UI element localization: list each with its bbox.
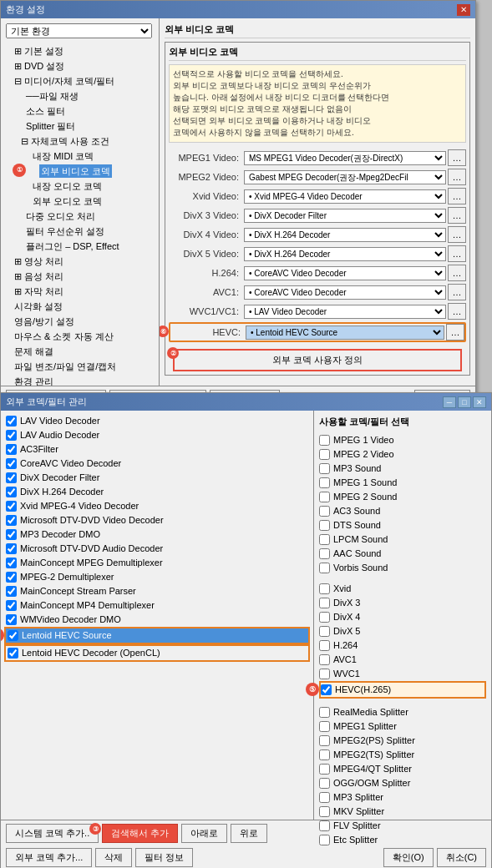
tree-basic[interactable]: ⊞ 기본 설정: [1, 43, 159, 58]
move-up-btn[interactable]: 위로: [231, 824, 267, 843]
codec-check-ac3filter[interactable]: [6, 444, 17, 455]
codec-btn-avc1[interactable]: …: [448, 284, 466, 300]
codec-check-divxh264[interactable]: [6, 487, 17, 497]
sel-check-mpeg2ts[interactable]: [319, 749, 330, 760]
sel-check-divx4[interactable]: [319, 612, 330, 623]
cancel-btn[interactable]: 취소(C): [437, 848, 486, 867]
tree-visual[interactable]: 시각화 설정: [1, 299, 159, 314]
tree-externalaudio[interactable]: 외부 오디오 코덱: [14, 194, 159, 209]
codec-btn-divx5[interactable]: …: [448, 245, 466, 262]
confirm-btn[interactable]: 확인(O): [383, 848, 434, 867]
tree-problem[interactable]: 문제 해결: [1, 344, 159, 359]
minimize-btn[interactable]: ─: [443, 396, 456, 408]
sel-check-wvc1[interactable]: [319, 669, 330, 679]
codec-check-lentoid-source[interactable]: [8, 630, 18, 641]
sel-check-vorbis-sound[interactable]: [319, 563, 330, 573]
codec-check-ms-dtv-audio[interactable]: [6, 543, 17, 554]
user-define-btn[interactable]: 외부 코덱 사용자 정의: [173, 349, 462, 371]
sel-check-divx5[interactable]: [319, 626, 330, 637]
tree-filelist[interactable]: ──파일 재생: [8, 88, 159, 103]
codec-select-divx3[interactable]: • DivX Decoder Filter: [244, 209, 446, 223]
tree-media[interactable]: ⊟ 미디어/자체 코덱/필터: [1, 73, 159, 88]
sel-check-mpeg4qt[interactable]: [319, 764, 330, 775]
codec-select-wvc1[interactable]: • LAV Video Decoder: [244, 305, 446, 319]
sel-check-lpcm-sound[interactable]: [319, 534, 330, 545]
codec-select-xvid[interactable]: • Xvid MPEG-4 Video Decoder: [244, 189, 446, 204]
sel-check-mpeg1-video[interactable]: [319, 435, 330, 446]
codec-select-hevc[interactable]: • Lentoid HEVC Source: [246, 326, 444, 340]
codec-select-divx4[interactable]: • DivX H.264 Decoder: [244, 228, 446, 242]
codec-check-ms-dtv-video[interactable]: [6, 515, 17, 526]
search-add-btn[interactable]: ③ 검색해서 추가: [102, 824, 178, 843]
tree-dvd[interactable]: ⊞ DVD 설정: [1, 58, 159, 73]
add-system-btn[interactable]: 시스템 코덱 추가..: [6, 824, 99, 843]
sel-check-divx3[interactable]: [319, 598, 330, 608]
codec-btn-divx3[interactable]: …: [448, 207, 466, 224]
tree-sound[interactable]: ⊞ 음성 처리: [1, 269, 159, 284]
codec-check-coreavc[interactable]: [6, 458, 17, 469]
sel-check-mpeg2-sound[interactable]: [319, 492, 330, 502]
sel-check-etc[interactable]: [319, 835, 330, 845]
sel-check-ac3-sound[interactable]: [319, 506, 330, 517]
sel-check-mpeg2ps[interactable]: [319, 735, 330, 746]
tree-selfcodec[interactable]: ⊟ 자체코덱 사용 조건: [8, 134, 159, 149]
sel-check-mpeg2-video[interactable]: [319, 449, 330, 460]
codec-check-mpeg2-demux[interactable]: [6, 572, 17, 583]
sel-check-mpeg1-splitter[interactable]: [319, 721, 330, 732]
codec-btn-hevc[interactable]: …: [446, 324, 464, 341]
tree-equalizer[interactable]: 영음/방기 설정: [1, 314, 159, 329]
codec-btn-mpeg2[interactable]: …: [448, 169, 466, 185]
codec-check-wmvideo[interactable]: [6, 614, 17, 625]
sel-check-ogm[interactable]: [319, 778, 330, 789]
move-down-btn[interactable]: 아래로: [181, 824, 227, 843]
tree-plugin[interactable]: 플러그인 – DSP, Effect: [8, 239, 159, 254]
codec-select-mpeg2[interactable]: Gabest MPEG Decoder(권장-Mpeg2DecFil: [244, 170, 446, 184]
codec-check-xvid[interactable]: [6, 501, 17, 512]
tree-envmanage[interactable]: 환경 관리: [1, 374, 159, 386]
codec-check-divxfilter[interactable]: [6, 472, 17, 483]
maximize-btn[interactable]: □: [458, 396, 471, 408]
sel-check-mp3-splitter[interactable]: [319, 792, 330, 803]
codec-btn-divx4[interactable]: …: [448, 226, 466, 243]
sel-check-mp3-sound[interactable]: [319, 463, 330, 474]
codec-btn-xvid[interactable]: …: [448, 188, 466, 204]
codec-btn-mpeg1[interactable]: …: [448, 149, 466, 166]
env-select[interactable]: 기본 환경: [6, 23, 152, 38]
sel-check-xvid[interactable]: [319, 583, 330, 594]
tree-filterpriority[interactable]: 필터 우선순위 설정: [8, 224, 159, 239]
tree-source[interactable]: 소스 필터: [8, 103, 159, 119]
codec-btn-h264[interactable]: …: [448, 265, 466, 281]
delete-btn[interactable]: 삭제: [95, 848, 132, 867]
tree-subtitle[interactable]: ⊞ 자막 처리: [1, 284, 159, 299]
sel-check-dts-sound[interactable]: [319, 520, 330, 531]
top-window-close-btn[interactable]: ✕: [457, 4, 470, 16]
codec-check-lav-video[interactable]: [6, 416, 17, 426]
sel-check-mpeg1-sound[interactable]: [319, 477, 330, 488]
sel-check-avc1[interactable]: [319, 654, 330, 665]
tree-externalvideo[interactable]: ① 외부 비디오 코덱: [14, 164, 159, 179]
codec-select-mpeg1[interactable]: MS MPEG1 Video Decoder(권장-DirectX): [244, 151, 446, 165]
tree-mouse[interactable]: 마우스 & 소켓 자동 계산: [1, 329, 159, 344]
tree-image[interactable]: ⊞ 영상 처리: [1, 254, 159, 269]
tree-internalmidi[interactable]: 내장 MIDI 코덱: [14, 149, 159, 164]
codec-select-avc1[interactable]: • CoreAVC Video Decoder: [244, 285, 446, 300]
tree-filechange[interactable]: 파일 변조/파일 연결/캡처: [1, 359, 159, 374]
sel-check-aac-sound[interactable]: [319, 548, 330, 559]
close-bottom-btn[interactable]: ✕: [473, 396, 486, 408]
codec-check-mainconcept-mpeg[interactable]: [6, 558, 17, 568]
codec-check-mp3-dmo[interactable]: [6, 529, 17, 540]
codec-select-h264[interactable]: • CoreAVC Video Decoder: [244, 266, 446, 280]
sel-check-realmedia[interactable]: [319, 707, 330, 718]
codec-select-divx5[interactable]: • DivX H.264 Decoder: [244, 247, 446, 261]
tree-splitter[interactable]: Splitter 필터: [8, 119, 159, 134]
add-external-btn[interactable]: 외부 코덱 추가...: [6, 848, 92, 867]
tree-internalaudio[interactable]: 내장 오디오 코덱: [14, 179, 159, 194]
sel-check-flv[interactable]: [319, 820, 330, 831]
sel-check-hevc[interactable]: [321, 684, 332, 695]
codec-check-lav-audio[interactable]: [6, 430, 17, 441]
filter-info-btn[interactable]: 필터 정보: [135, 848, 193, 867]
codec-btn-wvc1[interactable]: …: [448, 303, 466, 320]
codec-check-mainconcept-stream[interactable]: [6, 586, 17, 597]
sel-check-h264[interactable]: [319, 640, 330, 651]
sel-check-mkv[interactable]: [319, 806, 330, 817]
